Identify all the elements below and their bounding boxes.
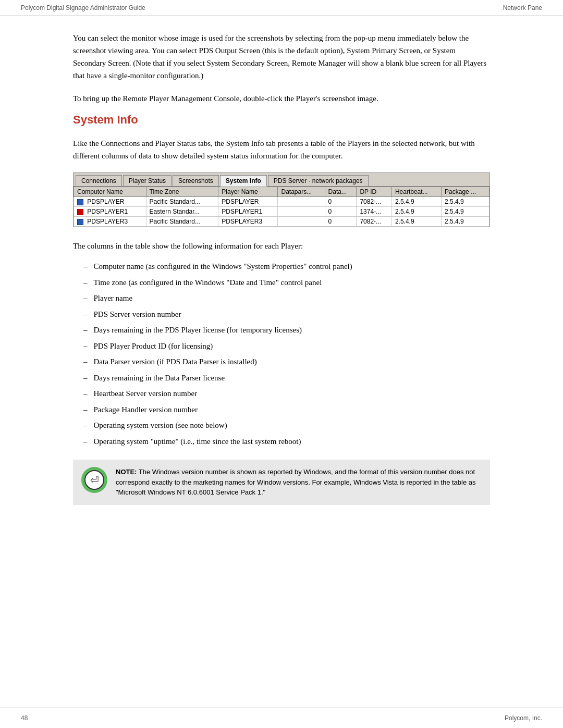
cell-player-2: PDSPLAYER1	[218, 207, 278, 217]
cell-package-1: 2.5.4.9	[442, 197, 489, 207]
cell-data-2: 0	[325, 207, 357, 217]
list-item: PDS Server version number	[83, 309, 490, 320]
col-package: Package ...	[442, 187, 489, 197]
col-heartbeat: Heartbeat...	[391, 187, 441, 197]
cell-computer-2: PDSPLAYER1	[74, 207, 146, 217]
col-computer-name: Computer Name	[74, 187, 146, 197]
footer-company: Polycom, Inc.	[505, 714, 542, 722]
intro-paragraph-2: To bring up the Remote Player Management…	[73, 92, 490, 105]
tab-screenshots[interactable]: Screenshots	[173, 175, 219, 186]
list-item: Data Parser version (if PDS Data Parser …	[83, 356, 490, 368]
cell-tz-2: Eastern Standar...	[146, 207, 218, 217]
columns-intro: The columns in the table show the follow…	[73, 240, 490, 252]
table-row: PDSPLAYER3 Pacific Standard... PDSPLAYER…	[74, 217, 489, 227]
list-item: Player name	[83, 292, 490, 304]
cell-datapars-3	[278, 217, 325, 227]
player-icon-red-2	[77, 209, 83, 215]
note-label: NOTE:	[116, 468, 137, 476]
list-item: Days remaining in the PDS Player license…	[83, 324, 490, 336]
list-item: Days remaining in the Data Parser licens…	[83, 372, 490, 384]
table-body: PDSPLAYER Pacific Standard... PDSPLAYER …	[74, 197, 489, 227]
table-row: PDSPLAYER1 Eastern Standar... PDSPLAYER1…	[74, 207, 489, 217]
cell-package-2: 2.5.4.9	[442, 207, 489, 217]
tab-pds-server[interactable]: PDS Server - network packages	[268, 175, 369, 186]
cell-player-1: PDSPLAYER	[218, 197, 278, 207]
footer-page-number: 48	[21, 714, 28, 722]
note-content: The Windows version number is shown as r…	[116, 468, 476, 496]
tabbed-panel: Connections Player Status Screenshots Sy…	[73, 172, 490, 227]
cell-player-3: PDSPLAYER3	[218, 217, 278, 227]
tab-player-status[interactable]: Player Status	[123, 175, 172, 186]
section-heading: System Info	[73, 113, 490, 127]
note-icon-outer: ⏎	[81, 467, 107, 493]
cell-datapars-1	[278, 197, 325, 207]
tab-bar: Connections Player Status Screenshots Sy…	[74, 173, 489, 187]
header-bar: Polycom Digital Signage Administrator Gu…	[0, 0, 563, 16]
note-icon-inner: ⏎	[84, 470, 104, 490]
list-item: Package Handler version number	[83, 404, 490, 416]
player-icon-blue-1	[77, 199, 83, 205]
pin-icon: ⏎	[90, 474, 99, 486]
col-datapars: Datapars...	[278, 187, 325, 197]
list-item: Computer name (as configured in the Wind…	[83, 261, 490, 273]
list-item: Operating system "uptime" (i.e., time si…	[83, 436, 490, 448]
table-header: Computer Name Time Zone Player Name Data…	[74, 187, 489, 197]
section-body: Like the Connections and Player Status t…	[73, 137, 490, 162]
cell-data-1: 0	[325, 197, 357, 207]
list-item: Time zone (as configured in the Windows …	[83, 277, 490, 289]
cell-heartbeat-2: 2.5.4.9	[391, 207, 441, 217]
main-content: You can select the monitor whose image i…	[0, 16, 563, 547]
col-time-zone: Time Zone	[146, 187, 218, 197]
col-data: Data...	[325, 187, 357, 197]
cell-heartbeat-1: 2.5.4.9	[391, 197, 441, 207]
cell-dpid-2: 1374-...	[357, 207, 392, 217]
player-icon-blue-3	[77, 219, 83, 225]
data-table-container: Computer Name Time Zone Player Name Data…	[74, 187, 489, 227]
tab-system-info[interactable]: System Info	[220, 175, 267, 187]
intro-paragraph: You can select the monitor whose image i…	[73, 32, 490, 82]
footer-bar: 48 Polycom, Inc.	[0, 708, 563, 728]
col-player-name: Player Name	[218, 187, 278, 197]
cell-heartbeat-3: 2.5.4.9	[391, 217, 441, 227]
tab-connections[interactable]: Connections	[76, 175, 122, 186]
cell-dpid-1: 7082-...	[357, 197, 392, 207]
col-dpid: DP ID	[357, 187, 392, 197]
header-right: Network Pane	[503, 4, 542, 11]
list-item: PDS Player Product ID (for licensing)	[83, 340, 490, 352]
cell-dpid-3: 7082-...	[357, 217, 392, 227]
cell-package-3: 2.5.4.9	[442, 217, 489, 227]
cell-tz-1: Pacific Standard...	[146, 197, 218, 207]
cell-datapars-2	[278, 207, 325, 217]
cell-computer-1: PDSPLAYER	[74, 197, 146, 207]
note-box: ⏎ NOTE: The Windows version number is sh…	[73, 460, 490, 505]
cell-tz-3: Pacific Standard...	[146, 217, 218, 227]
table-row: PDSPLAYER Pacific Standard... PDSPLAYER …	[74, 197, 489, 207]
note-text: NOTE: The Windows version number is show…	[116, 467, 482, 498]
cell-data-3: 0	[325, 217, 357, 227]
cell-computer-3: PDSPLAYER3	[74, 217, 146, 227]
bullet-list: Computer name (as configured in the Wind…	[83, 261, 490, 447]
header-left: Polycom Digital Signage Administrator Gu…	[21, 4, 145, 11]
list-item: Operating system version (see note below…	[83, 419, 490, 431]
list-item: Heartbeat Server version number	[83, 388, 490, 400]
system-info-table: Computer Name Time Zone Player Name Data…	[74, 187, 489, 227]
